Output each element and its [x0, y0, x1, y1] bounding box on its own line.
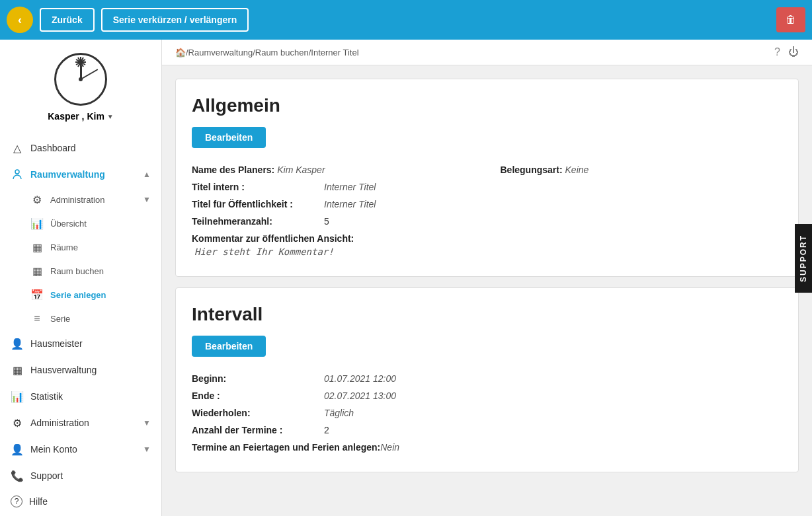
sidebar-item-label: Dashboard [30, 143, 151, 153]
back-arrow-icon: ‹ [18, 13, 22, 27]
belegungsart-value: Keine [565, 165, 589, 175]
main-layout: Kasper , Kim ▼ △ Dashboard Raumverwaltun… [0, 40, 812, 516]
sidebar-item-hausmeister[interactable]: 👤 Hausmeister [0, 330, 161, 357]
sidebar-item-label: Hausverwaltung [30, 365, 151, 375]
allgemein-card: Allgemein Bearbeiten Name des Planers: K… [175, 79, 799, 277]
feiertage-label: Termine an Feiertagen und Ferien anlegen… [192, 442, 380, 453]
hausmeister-icon: 👤 [11, 337, 24, 350]
intervall-title: Intervall [192, 304, 782, 325]
allgemein-belegungsart-col: Belegungsart: Keine [501, 165, 783, 175]
clock-face [54, 53, 107, 106]
planer-label: Name des Planers: [192, 165, 274, 175]
sidebar-sub-item-administration[interactable]: ⚙ Administration ▼ [0, 188, 161, 211]
ende-label: Ende : [192, 390, 324, 401]
anzahl-label: Anzahl der Termine : [192, 425, 324, 435]
sidebar-nav: △ Dashboard Raumverwaltung ▲ ⚙ Administr… [0, 135, 161, 514]
delete-button[interactable]: 🗑 [776, 7, 805, 32]
wiederholen-label: Wiederholen: [192, 408, 324, 418]
chevron-down-icon: ▼ [143, 418, 151, 427]
titel-oeffentlich-label: Titel für Öffentlichkeit : [192, 199, 324, 209]
sidebar-item-administration2[interactable]: ⚙ Administration ▼ [0, 410, 161, 436]
sidebar-item-dashboard[interactable]: △ Dashboard [0, 135, 161, 161]
titel-intern-label: Titel intern : [192, 182, 324, 192]
user-info[interactable]: Kasper , Kim ▼ [48, 111, 114, 122]
intervall-row-ende: Ende : 02.07.2021 13:00 [192, 387, 782, 404]
sidebar-item-label: Support [30, 470, 151, 481]
sidebar-sub-item-raum-buchen[interactable]: ▦ Raum buchen [0, 259, 161, 283]
sidebar-item-label: Hausmeister [30, 338, 151, 349]
intervall-row-feiertage: Termine an Feiertagen und Ferien anlegen… [192, 439, 782, 456]
dashboard-icon: △ [11, 141, 24, 155]
sidebar-item-label: Serie anlegen [50, 290, 151, 300]
sidebar-item-mein-konto[interactable]: 👤 Mein Konto ▼ [0, 436, 161, 462]
serie-icon: ≡ [30, 312, 44, 325]
sidebar-item-label: Administration [50, 195, 136, 205]
trash-icon: 🗑 [786, 14, 796, 25]
titel-intern-value: Interner Titel [324, 182, 376, 192]
user-chevron-icon: ▼ [107, 113, 114, 120]
wiederholen-value: Täglich [324, 408, 354, 418]
serie-shorten-button[interactable]: Serie verkürzen / verlängern [101, 8, 249, 32]
ende-value: 02.07.2021 13:00 [324, 390, 396, 401]
sidebar-item-label: Übersicht [50, 219, 151, 229]
anzahl-value: 2 [324, 425, 329, 435]
chevron-down-icon: ▼ [143, 445, 151, 454]
sidebar-item-label: Serie [50, 314, 151, 324]
intervall-card: Intervall Bearbeiten Beginn: 01.07.2021 … [175, 287, 799, 472]
allgemein-planer-col: Name des Planers: Kim Kasper [192, 165, 474, 175]
sidebar-item-label: Raum buchen [50, 266, 151, 276]
statistik-icon: 📊 [11, 390, 24, 403]
sidebar-item-statistik[interactable]: 📊 Statistik [0, 383, 161, 410]
sidebar-item-label: Hilfe [29, 496, 151, 507]
allgemein-row-planer: Name des Planers: Kim Kasper Belegungsar… [192, 161, 782, 178]
chevron-up-icon: ▲ [143, 170, 151, 179]
support-icon: 📞 [11, 469, 24, 482]
allgemein-row-titel-oeffentlich: Titel für Öffentlichkeit : Interner Tite… [192, 196, 782, 213]
sidebar-item-label: Statistik [30, 391, 151, 402]
kommentar-label: Kommentar zur öffentlichen Ansicht: [192, 233, 354, 244]
beginn-label: Beginn: [192, 373, 324, 384]
uebersicht-icon: 📊 [30, 217, 44, 230]
clock-widget: Kasper , Kim ▼ [0, 40, 161, 128]
zuruck-button[interactable]: Zurück [40, 8, 95, 32]
main-content: 🏠/Raumverwaltung/Raum buchen/Interner Ti… [162, 40, 812, 516]
teilnehmer-value: 5 [324, 216, 329, 227]
power-icon[interactable]: ⏻ [788, 46, 799, 58]
allgemein-title: Allgemein [192, 95, 782, 116]
beginn-value: 01.07.2021 12:00 [324, 373, 396, 384]
sidebar-item-label: Räume [50, 242, 151, 252]
mein-konto-icon: 👤 [11, 443, 24, 456]
breadcrumb: 🏠/Raumverwaltung/Raum buchen/Interner Ti… [175, 48, 359, 57]
sidebar-item-raumverwaltung[interactable]: Raumverwaltung ▲ [0, 161, 161, 188]
sidebar-sub-item-raeume[interactable]: ▦ Räume [0, 235, 161, 259]
help-icon[interactable]: ? [774, 46, 780, 58]
intervall-row-beginn: Beginn: 01.07.2021 12:00 [192, 370, 782, 387]
svg-point-0 [15, 170, 19, 174]
administration-icon: ⚙ [30, 193, 44, 206]
sidebar-item-support[interactable]: 📞 Support [0, 462, 161, 489]
planer-value: Kim Kasper [277, 165, 325, 175]
sidebar-sub-item-serie-anlegen[interactable]: 📅 Serie anlegen [0, 283, 161, 307]
topbar: ‹ Zurück Serie verkürzen / verlängern 🗑 [0, 0, 812, 40]
sidebar-sub-item-uebersicht[interactable]: 📊 Übersicht [0, 211, 161, 235]
kommentar-value: Hier steht Ihr Kommentar! [192, 246, 782, 257]
raumverwaltung-icon [11, 168, 24, 181]
breadcrumb-bar: 🏠/Raumverwaltung/Raum buchen/Interner Ti… [162, 40, 812, 65]
allgemein-edit-button[interactable]: Bearbeiten [192, 127, 266, 148]
hausverwaltung-icon: ▦ [11, 363, 24, 377]
breadcrumb-icons: ? ⏻ [774, 46, 799, 58]
sidebar-sub-item-serie[interactable]: ≡ Serie [0, 307, 161, 330]
teilnehmer-label: Teilnehmeranzahl: [192, 216, 324, 227]
allgemein-row-teilnehmer: Teilnehmeranzahl: 5 [192, 213, 782, 230]
sidebar-item-hausverwaltung[interactable]: ▦ Hausverwaltung [0, 357, 161, 383]
sidebar-item-hilfe[interactable]: ? Hilfe [0, 489, 161, 514]
support-sidebar-tab[interactable]: SUPPORT [795, 223, 812, 292]
intervall-edit-button[interactable]: Bearbeiten [192, 336, 266, 357]
sidebar: Kasper , Kim ▼ △ Dashboard Raumverwaltun… [0, 40, 162, 516]
administration2-icon: ⚙ [11, 416, 24, 429]
allgemein-row-titel-intern: Titel intern : Interner Titel [192, 178, 782, 196]
sidebar-item-label: Raumverwaltung [30, 169, 136, 180]
chevron-down-icon: ▼ [143, 195, 151, 204]
hilfe-icon: ? [11, 496, 22, 507]
back-circle-button[interactable]: ‹ [7, 7, 33, 33]
